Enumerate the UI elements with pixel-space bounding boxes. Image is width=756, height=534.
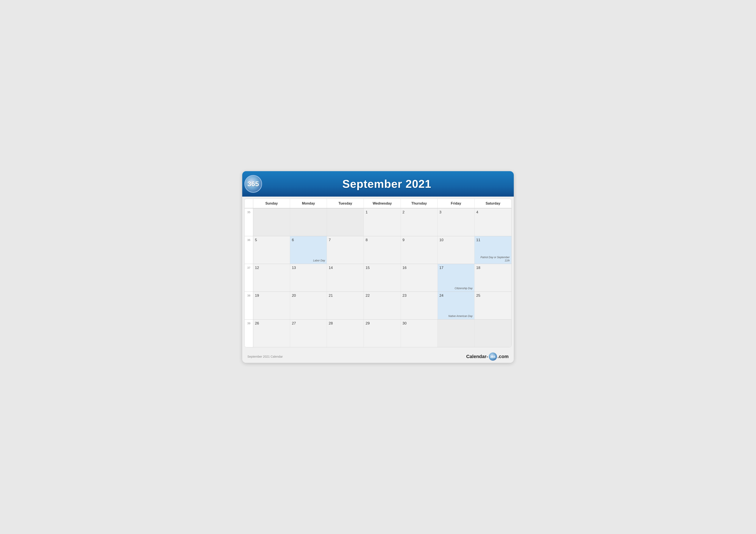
event-labor-day: Labor Day (292, 259, 325, 263)
week-row-38: 38 19 20 21 22 23 24 Native Ame (245, 292, 511, 319)
calendar-grid: 35 1 2 3 4 36 5 6 Labor Day (245, 208, 511, 347)
col-header-monday: Monday (290, 199, 327, 208)
cell-w39-fri (438, 319, 474, 347)
day-headers-row: Sunday Monday Tuesday Wednesday Thursday… (245, 199, 511, 208)
calendar-wrapper: 365 September 2021 Sunday Monday Tuesday… (242, 171, 514, 363)
col-header-sunday: Sunday (253, 199, 290, 208)
cell-w36-fri: 10 (438, 236, 474, 264)
week-num-39: 39 (245, 319, 253, 347)
cell-w38-tue: 21 (327, 292, 364, 319)
event-citizenship-day: Citizenship Day (440, 287, 472, 290)
week-num-37: 37 (245, 264, 253, 292)
day-num: 12 (255, 266, 288, 270)
cell-w38-sun: 19 (253, 292, 290, 319)
day-num: 13 (292, 266, 325, 270)
calendar-footer: September 2021 Calendar Calendar- 365 .c… (242, 349, 514, 363)
cell-w36-tue: 7 (327, 236, 364, 264)
cell-w36-thu: 9 (401, 236, 438, 264)
day-num: 27 (292, 321, 325, 326)
cell-w36-mon: 6 Labor Day (290, 236, 327, 264)
day-num: 10 (440, 238, 472, 242)
footer-brand-text-suffix: .com (498, 354, 509, 359)
day-num: 9 (403, 238, 436, 242)
cell-w39-sat (474, 319, 511, 347)
day-num: 18 (476, 266, 510, 270)
day-num: 26 (255, 321, 288, 326)
cell-w37-thu: 16 (401, 264, 438, 292)
cell-w35-fri: 3 (438, 208, 474, 236)
footer-branding: Calendar- 365 .com (466, 352, 509, 361)
calendar-body: Sunday Monday Tuesday Wednesday Thursday… (244, 199, 512, 347)
cell-w35-thu: 2 (401, 208, 438, 236)
day-num: 8 (365, 238, 399, 242)
cell-w35-sat: 4 (474, 208, 511, 236)
cell-w37-sat: 18 (474, 264, 511, 292)
week-num-38: 38 (245, 292, 253, 319)
week-row-36: 36 5 6 Labor Day 7 8 9 10 (245, 236, 511, 264)
cell-w37-tue: 14 (327, 264, 364, 292)
col-header-saturday: Saturday (474, 199, 511, 208)
event-patriot-day: Patriot Day or September 11th (476, 256, 510, 263)
week-row-35: 35 1 2 3 4 (245, 208, 511, 236)
week-num-35: 35 (245, 208, 253, 236)
col-header-tuesday: Tuesday (327, 199, 364, 208)
day-num: 11 (476, 238, 510, 242)
day-num: 25 (476, 293, 510, 298)
day-num: 28 (329, 321, 362, 326)
cell-w39-sun: 26 (253, 319, 290, 347)
day-num: 19 (255, 293, 288, 298)
footer-brand-text-prefix: Calendar- (466, 354, 488, 359)
calendar-header: 365 September 2021 (242, 171, 514, 196)
logo-badge: 365 (244, 175, 262, 193)
footer-brand-365: 365 (489, 352, 497, 361)
footer-label: September 2021 Calendar (247, 355, 283, 358)
day-num: 7 (329, 238, 362, 242)
cell-w37-mon: 13 (290, 264, 327, 292)
col-header-thursday: Thursday (401, 199, 438, 208)
day-num: 22 (365, 293, 399, 298)
week-row-39: 39 26 27 28 29 30 (245, 319, 511, 347)
cell-w39-thu: 30 (401, 319, 438, 347)
cell-w37-fri: 17 Citizenship Day (438, 264, 474, 292)
calendar-title: September 2021 (266, 177, 507, 191)
col-header-wednesday: Wednesday (364, 199, 401, 208)
day-num: 17 (440, 266, 472, 270)
day-num: 16 (403, 266, 436, 270)
cell-w38-wed: 22 (364, 292, 401, 319)
cell-w36-sun: 5 (253, 236, 290, 264)
cell-w39-wed: 29 (364, 319, 401, 347)
col-header-friday: Friday (438, 199, 474, 208)
week-num-36: 36 (245, 236, 253, 264)
day-num: 30 (403, 321, 436, 326)
day-num: 24 (440, 293, 472, 298)
day-num: 6 (292, 238, 325, 242)
cell-w38-thu: 23 (401, 292, 438, 319)
day-num: 15 (365, 266, 399, 270)
day-num: 23 (403, 293, 436, 298)
day-num: 20 (292, 293, 325, 298)
day-num: 14 (329, 266, 362, 270)
cell-w37-sun: 12 (253, 264, 290, 292)
cell-w38-sat: 25 (474, 292, 511, 319)
cell-w36-sat: 11 Patriot Day or September 11th (474, 236, 511, 264)
week-row-37: 37 12 13 14 15 16 17 Citizenshi (245, 264, 511, 292)
cell-w38-mon: 20 (290, 292, 327, 319)
cell-w35-mon (290, 208, 327, 236)
day-num: 29 (365, 321, 399, 326)
day-num: 21 (329, 293, 362, 298)
cell-w35-tue (327, 208, 364, 236)
cell-w37-wed: 15 (364, 264, 401, 292)
cell-w36-wed: 8 (364, 236, 401, 264)
cell-w38-fri: 24 Native American Day (438, 292, 474, 319)
week-num-header-spacer (245, 199, 253, 208)
cell-w35-sun (253, 208, 290, 236)
day-num: 5 (255, 238, 288, 242)
cell-w39-mon: 27 (290, 319, 327, 347)
cell-w35-wed: 1 (364, 208, 401, 236)
event-native-american-day: Native American Day (440, 315, 472, 318)
cell-w39-tue: 28 (327, 319, 364, 347)
